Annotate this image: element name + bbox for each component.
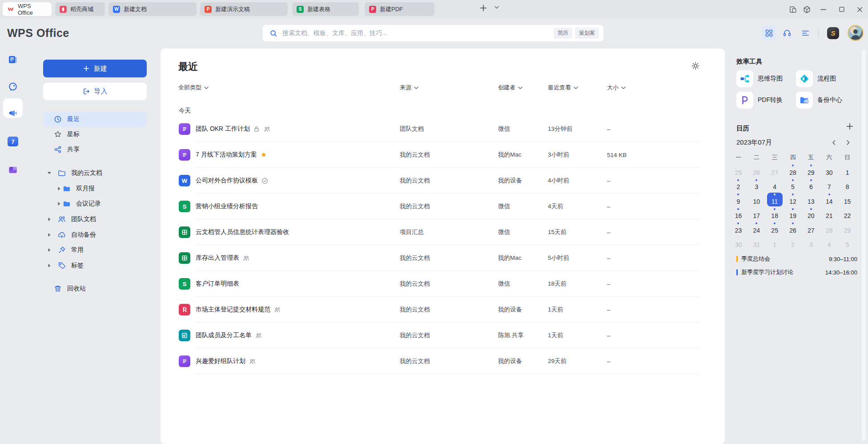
- file-row[interactable]: W公司对外合作协议模板我的云文档我的设备4小时前–: [161, 168, 725, 194]
- file-row[interactable]: 云文档管人员信息统计表理器验收项目汇总微信15天前–: [161, 219, 725, 245]
- calendar-day[interactable]: 13: [803, 193, 819, 206]
- tool-2[interactable]: 流程图: [796, 70, 856, 87]
- rail-apps-purple-icon[interactable]: [8, 165, 18, 175]
- import-button[interactable]: 导入: [43, 83, 147, 100]
- rail-calendar-icon[interactable]: 7: [8, 137, 18, 146]
- tool-1[interactable]: 思维导图: [736, 70, 796, 87]
- rail-docs-icon[interactable]: [8, 54, 18, 65]
- calendar-day[interactable]: 2: [785, 236, 801, 250]
- calendar-day[interactable]: 11: [767, 193, 783, 206]
- caret-right-icon[interactable]: [46, 262, 53, 269]
- member-badge[interactable]: S: [827, 27, 839, 39]
- sidebar-item-7[interactable]: 团队文档: [43, 212, 147, 227]
- user-avatar[interactable]: [848, 26, 863, 40]
- calendar-event-1[interactable]: 季度总结会9:30–11:00: [736, 254, 857, 264]
- calendar-prev-button[interactable]: [831, 139, 838, 146]
- calendar-day[interactable]: 25: [767, 222, 783, 235]
- calendar-day[interactable]: 4: [821, 236, 837, 250]
- sidebar-item-8[interactable]: 自动备份: [43, 227, 147, 242]
- calendar-day[interactable]: 10: [749, 193, 764, 206]
- file-row[interactable]: 市场主体登记提交材料规范我的云文档我的设备1天前–: [161, 297, 725, 323]
- calendar-day[interactable]: 20: [803, 207, 819, 221]
- window-tab-2[interactable]: 稻壳商城: [55, 2, 105, 16]
- caret-down-icon[interactable]: [46, 170, 53, 177]
- calendar-day[interactable]: 6: [803, 178, 819, 192]
- window-tab-4[interactable]: P新建演示文稿: [200, 2, 288, 16]
- sidebar-item-6[interactable]: 会议记录: [43, 196, 147, 211]
- calendar-day[interactable]: 5: [840, 236, 855, 250]
- filter-3[interactable]: 创建者: [498, 83, 522, 92]
- calendar-day[interactable]: 9: [731, 193, 746, 206]
- search-tag-1[interactable]: 简历: [554, 28, 572, 39]
- calendar-day[interactable]: 29: [840, 222, 855, 235]
- calendar-day[interactable]: 29: [803, 164, 819, 178]
- calendar-day[interactable]: 25: [731, 164, 746, 178]
- caret-right-icon[interactable]: [46, 246, 53, 254]
- file-row[interactable]: S营销小组业绩分析报告我的云文档微信4天前–: [161, 194, 725, 219]
- sidebar-item-3[interactable]: 共享: [43, 142, 147, 157]
- apps-grid-button[interactable]: [762, 26, 776, 40]
- calendar-day[interactable]: 3: [749, 178, 764, 192]
- calendar-day[interactable]: 18: [767, 207, 783, 221]
- caret-right-icon[interactable]: [46, 216, 53, 223]
- calendar-day[interactable]: 30: [731, 236, 746, 250]
- calendar-day[interactable]: 24: [749, 222, 764, 235]
- rail-chat-icon[interactable]: [8, 81, 18, 92]
- file-row[interactable]: 团队 OKR 工作计划团队文档微信13分钟前–: [161, 116, 725, 142]
- support-headset-button[interactable]: [780, 26, 794, 40]
- window-tab-3[interactable]: W新建文档: [108, 2, 197, 16]
- rail-meeting-video-icon[interactable]: [8, 109, 18, 119]
- caret-right-icon[interactable]: [56, 200, 63, 207]
- toggle-sidebar-button[interactable]: [788, 4, 798, 14]
- calendar-day[interactable]: 22: [840, 207, 855, 221]
- calendar-day[interactable]: 26: [785, 222, 801, 235]
- calendar-day[interactable]: 19: [785, 207, 801, 221]
- tool-4[interactable]: 备份中心: [796, 92, 856, 109]
- calendar-add-event-button[interactable]: [846, 122, 856, 132]
- new-tab-button[interactable]: [479, 4, 490, 15]
- file-row[interactable]: 团队成员及分工名单我的云文档陈旭 共享1天前–: [161, 323, 725, 348]
- calendar-day[interactable]: 1: [840, 164, 855, 178]
- sidebar-item-4[interactable]: 我的云文档: [43, 165, 147, 181]
- filter-1[interactable]: 全部类型: [178, 83, 209, 92]
- main-menu-button[interactable]: [798, 26, 812, 40]
- window-tab-5[interactable]: S新建表格: [292, 2, 359, 16]
- tab-list-chevron-icon[interactable]: [494, 6, 502, 13]
- calendar-day[interactable]: 8: [840, 178, 855, 192]
- calendar-day[interactable]: 12: [785, 193, 801, 206]
- new-document-button[interactable]: 新建: [43, 60, 147, 77]
- file-row[interactable]: 7 月线下活动策划方案我的云文档我的Mac3小时前514 KB: [161, 142, 725, 168]
- calendar-day[interactable]: 28: [785, 164, 801, 178]
- sidebar-item-10[interactable]: 标签: [43, 258, 147, 273]
- calendar-next-button[interactable]: [845, 139, 852, 146]
- sidebar-item-11[interactable]: 回收站: [43, 281, 147, 296]
- maximize-button[interactable]: [837, 4, 847, 14]
- scrollbar-track[interactable]: [862, 50, 866, 441]
- caret-right-icon[interactable]: [46, 231, 53, 238]
- calendar-day[interactable]: 27: [767, 164, 783, 178]
- search-tag-2[interactable]: 策划案: [575, 28, 599, 39]
- tool-3[interactable]: PDF转换: [736, 92, 796, 109]
- filter-4[interactable]: 最近查看: [548, 83, 578, 92]
- calendar-day[interactable]: 7: [821, 178, 837, 192]
- calendar-day[interactable]: 3: [803, 236, 819, 250]
- sidebar-item-9[interactable]: 常用: [43, 242, 147, 258]
- calendar-day[interactable]: 1: [767, 236, 783, 250]
- calendar-day[interactable]: 14: [821, 193, 837, 206]
- calendar-day[interactable]: 27: [803, 222, 819, 235]
- file-row[interactable]: S客户订单明细表我的云文档微信18天前–: [161, 271, 725, 297]
- workspace-cube-button[interactable]: [802, 4, 812, 14]
- calendar-day[interactable]: 21: [821, 207, 837, 221]
- filter-5[interactable]: 大小: [607, 83, 626, 92]
- calendar-day[interactable]: 23: [731, 222, 746, 235]
- calendar-day[interactable]: 17: [749, 207, 764, 221]
- window-tab-1[interactable]: WPS Office: [3, 2, 52, 16]
- file-row[interactable]: 库存出入管理表我的云文档我的Mac5小时前–: [161, 245, 725, 271]
- caret-right-icon[interactable]: [56, 185, 63, 192]
- calendar-day[interactable]: 5: [785, 178, 801, 192]
- gear-icon[interactable]: [691, 61, 701, 72]
- calendar-day[interactable]: 28: [821, 222, 837, 235]
- global-search-input[interactable]: 搜索文档、模板、文库、应用、技巧... 简历策划案: [263, 25, 603, 41]
- sidebar-item-5[interactable]: 双月报: [43, 181, 147, 196]
- filter-2[interactable]: 来源: [400, 83, 418, 92]
